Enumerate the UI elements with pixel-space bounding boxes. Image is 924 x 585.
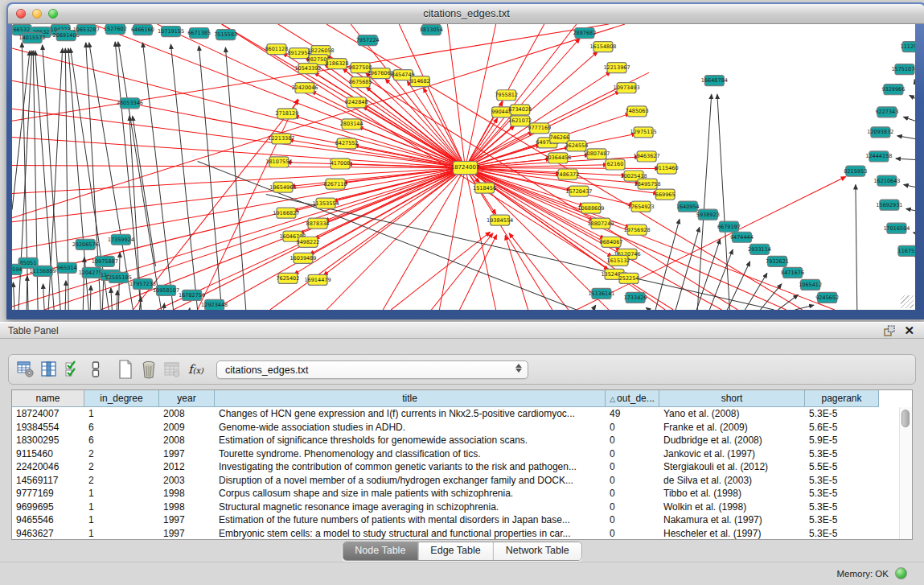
- network-node[interactable]: 19756928: [624, 225, 651, 235]
- network-node[interactable]: 12213387: [268, 134, 294, 144]
- network-node[interactable]: 2803144: [340, 119, 363, 130]
- cell-out-de-[interactable]: 0: [606, 487, 659, 501]
- network-node[interactable]: 8427552: [335, 138, 359, 149]
- network-node[interactable]: 10958107: [153, 285, 179, 295]
- cell-pagerank[interactable]: 5.5E-5: [805, 460, 879, 474]
- network-node[interactable]: 417008: [331, 159, 351, 169]
- network-node[interactable]: 12923448: [201, 299, 228, 310]
- cell-out-de-[interactable]: 0: [606, 460, 659, 474]
- float-panel-icon[interactable]: [884, 325, 895, 336]
- cell-short[interactable]: Tibbo et al. (1998): [659, 487, 805, 501]
- new-table-icon[interactable]: [115, 359, 136, 380]
- table-row[interactable]: 946362711997Embryonic stem cells: a mode…: [12, 527, 912, 540]
- network-node[interactable]: 6671385: [187, 28, 211, 39]
- network-graph[interactable]: 6653220532104223140155722069140610653287…: [12, 24, 915, 310]
- network-node[interactable]: 12093832: [867, 127, 893, 138]
- cell-pagerank[interactable]: 5.3E-5: [805, 447, 879, 461]
- network-node[interactable]: 6466160: [131, 25, 154, 35]
- cell-short[interactable]: Jankovic et al. (1997): [659, 447, 805, 461]
- network-node[interactable]: 1065412: [799, 279, 822, 290]
- resize-grip-icon[interactable]: [901, 295, 914, 308]
- network-node[interactable]: 1518456: [473, 183, 496, 193]
- cell-short[interactable]: Nakamura et al. (1997): [659, 513, 805, 527]
- network-node[interactable]: 62160: [606, 159, 625, 170]
- network-node[interactable]: 11156889: [30, 266, 56, 276]
- cell-title[interactable]: Disruption of a novel member of a sodium…: [215, 474, 606, 488]
- table-row[interactable]: 977716911998Corpus callosum shape and si…: [12, 487, 912, 501]
- cell-pagerank[interactable]: 5.3E-5: [805, 527, 879, 540]
- cell-pagerank[interactable]: 5.3E-5: [805, 501, 879, 514]
- network-node[interactable]: 7955812: [495, 90, 518, 101]
- network-node[interactable]: 10973493: [613, 83, 639, 93]
- network-node[interactable]: 1527602: [104, 24, 127, 35]
- network-node[interactable]: 20364456: [544, 153, 571, 163]
- cell-pagerank[interactable]: 5.3E-5: [805, 407, 879, 421]
- column-header-out-de-[interactable]: △out_de...: [606, 390, 659, 407]
- cell-out-de-[interactable]: 0: [606, 447, 659, 461]
- cell-title[interactable]: Estimation of the future numbers of pati…: [215, 513, 606, 527]
- cell-title[interactable]: Estimation of significance thresholds fo…: [215, 434, 606, 447]
- network-node[interactable]: 7625402: [276, 273, 299, 283]
- function-builder-icon[interactable]: f(x): [188, 362, 203, 377]
- network-node[interactable]: 9329966: [881, 84, 905, 95]
- cell-in-degree[interactable]: 1: [84, 513, 159, 527]
- cell-pagerank[interactable]: 5.3E-5: [805, 487, 879, 501]
- network-node[interactable]: 116753: [898, 245, 915, 256]
- network-node[interactable]: 18807249: [587, 218, 614, 229]
- network-node[interactable]: 9115460: [655, 163, 679, 174]
- cell-name[interactable]: 18724007: [12, 407, 84, 421]
- cell-in-degree[interactable]: 2: [84, 474, 159, 488]
- network-node[interactable]: 3624554: [565, 141, 588, 151]
- tab-edge-table[interactable]: Edge Table: [417, 542, 492, 560]
- network-node[interactable]: 6679197: [717, 221, 741, 232]
- cell-pagerank[interactable]: 5.9E-5: [805, 434, 879, 447]
- cell-pagerank[interactable]: 5.6E-5: [805, 421, 879, 435]
- network-node[interactable]: 9498222: [297, 237, 320, 247]
- cell-name[interactable]: 9115460: [12, 447, 84, 461]
- cell-in-degree[interactable]: 1: [84, 487, 159, 501]
- cell-short[interactable]: Wolkin et al. (1998): [659, 501, 805, 514]
- network-node[interactable]: 10975887: [92, 256, 118, 266]
- cell-pagerank[interactable]: 5.3E-5: [805, 474, 879, 488]
- cell-year[interactable]: 1997: [159, 513, 215, 527]
- network-node[interactable]: 1640954: [676, 201, 700, 212]
- table-row[interactable]: 2242004622012Investigating the contribut…: [12, 460, 912, 474]
- cell-name[interactable]: 19384554: [12, 421, 84, 435]
- cell-year[interactable]: 2012: [159, 460, 215, 474]
- column-header-name[interactable]: name: [12, 390, 84, 407]
- tab-network-table[interactable]: Network Table: [493, 542, 581, 560]
- cell-year[interactable]: 1998: [159, 487, 215, 501]
- network-node[interactable]: 10719155: [158, 27, 184, 37]
- cell-in-degree[interactable]: 1: [84, 527, 159, 540]
- cell-out-de-[interactable]: 0: [606, 527, 659, 540]
- cell-name[interactable]: 9465546: [12, 513, 84, 527]
- cell-short[interactable]: Dudbridge et al. (2008): [659, 434, 805, 447]
- network-node[interactable]: 28053346: [117, 98, 143, 109]
- network-node[interactable]: 20206576: [72, 239, 99, 249]
- cell-title[interactable]: Investigating the contribution of common…: [215, 460, 606, 474]
- select-rows-icon[interactable]: [62, 359, 83, 380]
- network-node[interactable]: 10543392: [294, 64, 321, 74]
- network-node[interactable]: 12975115: [630, 127, 657, 138]
- cell-out-de-[interactable]: 0: [606, 501, 659, 514]
- network-node[interactable]: 9227343: [875, 107, 898, 117]
- column-header-in-degree[interactable]: in_degree: [84, 390, 159, 407]
- network-node[interactable]: 1733426: [624, 292, 647, 303]
- cell-out-de-[interactable]: 0: [606, 421, 659, 435]
- cell-in-degree[interactable]: 6: [84, 421, 159, 435]
- network-node[interactable]: 11353554: [312, 198, 339, 208]
- cell-year[interactable]: 2009: [159, 421, 215, 435]
- network-node[interactable]: 18724007: [451, 161, 480, 174]
- cell-title[interactable]: Corpus callosum shape and size in male p…: [215, 487, 606, 501]
- network-node[interactable]: 19463627: [634, 151, 660, 162]
- network-node[interactable]: 746266: [549, 133, 569, 143]
- scrollbar-thumb[interactable]: [901, 410, 910, 427]
- network-node[interactable]: 8267110: [324, 179, 347, 189]
- cell-year[interactable]: 1997: [159, 447, 215, 461]
- network-node[interactable]: 12505185: [105, 272, 132, 282]
- network-node[interactable]: 5938923: [696, 209, 720, 220]
- delete-table-icon[interactable]: [138, 359, 159, 380]
- network-node[interactable]: 6734028: [508, 105, 532, 115]
- close-panel-icon[interactable]: ✕: [904, 323, 914, 338]
- cell-title[interactable]: Changes of HCN gene expression and I(f) …: [215, 407, 606, 421]
